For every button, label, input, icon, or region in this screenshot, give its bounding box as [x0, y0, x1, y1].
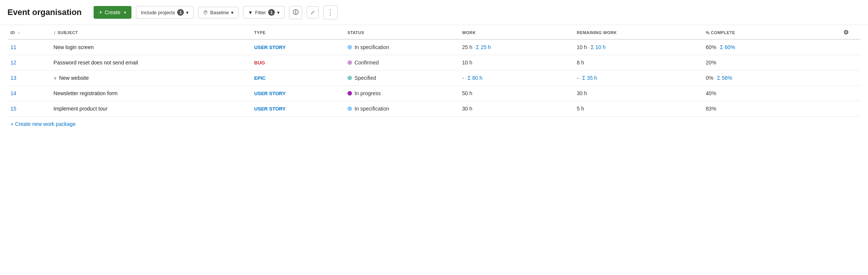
- more-options-icon: ⋮: [327, 8, 334, 16]
- remaining-value: 30 h: [577, 90, 587, 96]
- remaining-value: 5 h: [577, 106, 584, 112]
- pct-sigma: Σ 56%: [717, 75, 732, 81]
- remaining-sigma: Σ 10 h: [591, 44, 606, 50]
- filter-icon: ▼: [248, 10, 253, 15]
- row-id-link[interactable]: 13: [10, 75, 16, 81]
- baseline-chevron-icon: ▾: [231, 10, 234, 15]
- status-dot-icon: [347, 45, 352, 49]
- subject-text: Implement product tour: [54, 106, 107, 112]
- filter-label: Filter: [255, 10, 266, 15]
- type-badge: USER STORY: [254, 106, 286, 112]
- table-row: 15Implement product tourUSER STORYIn spe…: [7, 101, 861, 117]
- create-new-label: + Create new work package: [10, 121, 76, 127]
- status-dot-icon: [347, 106, 352, 111]
- col-header-settings[interactable]: ⚙: [832, 25, 861, 39]
- include-projects-button[interactable]: Include projects 1 ▾: [136, 6, 194, 19]
- work-value: 25 h: [462, 44, 472, 50]
- col-header-pct-complete[interactable]: % COMPLETE: [703, 25, 832, 39]
- filter-chevron-icon: ▾: [277, 10, 280, 15]
- status-dot-icon: [347, 91, 352, 96]
- pct-value: 40%: [706, 90, 716, 96]
- pct-sigma: Σ 60%: [720, 44, 735, 50]
- subject-text: New website: [59, 75, 89, 81]
- row-id-link[interactable]: 11: [10, 44, 16, 50]
- row-id-link[interactable]: 15: [10, 106, 16, 112]
- pct-value: 83%: [706, 106, 716, 112]
- table-row: 13∨New websiteEPICSpecified-·Σ 80 h-·Σ 3…: [7, 70, 861, 86]
- status-label: In specification: [355, 44, 389, 50]
- type-badge: USER STORY: [254, 45, 286, 50]
- remaining-sigma: Σ 35 h: [582, 75, 597, 81]
- baseline-clock-icon: ⏱: [203, 10, 208, 15]
- include-projects-chevron-icon: ▾: [186, 10, 189, 15]
- table-row: 14Newsletter registration formUSER STORY…: [7, 86, 861, 101]
- row-id-link[interactable]: 14: [10, 90, 16, 96]
- create-button[interactable]: + Create ▾: [94, 6, 131, 19]
- id-sort-icon: ↑: [18, 30, 20, 35]
- remaining-value: 8 h: [577, 60, 584, 66]
- subject-text: New login screen: [54, 44, 94, 50]
- subject-sort-icon: ↕: [54, 30, 56, 35]
- work-value: 50 h: [462, 90, 472, 96]
- col-header-id[interactable]: ID ↑: [7, 25, 51, 39]
- subject-text: Newsletter registration form: [54, 90, 118, 96]
- info-icon: ⓘ: [293, 9, 298, 16]
- pct-value: 60%: [706, 44, 716, 50]
- status-dot-icon: [347, 76, 352, 80]
- status-dot-icon: [347, 60, 352, 65]
- type-badge: BUG: [254, 60, 265, 66]
- page-title: Event organisation: [7, 7, 82, 17]
- filter-button[interactable]: ▼ Filter 1 ▾: [243, 6, 285, 19]
- expand-icon: ⤢: [310, 9, 315, 15]
- work-sigma: Σ 80 h: [468, 75, 483, 81]
- type-badge: EPIC: [254, 75, 265, 81]
- remaining-value: 10 h: [577, 44, 587, 50]
- create-new-work-package[interactable]: + Create new work package: [7, 117, 861, 132]
- create-label: Create: [104, 9, 120, 15]
- expand-button[interactable]: ⤢: [307, 6, 319, 18]
- pct-value: 0%: [706, 75, 713, 81]
- toolbar: Event organisation + Create ▾ Include pr…: [0, 0, 868, 25]
- work-value: -: [462, 75, 464, 81]
- type-badge: USER STORY: [254, 91, 286, 96]
- table-row: 12Password reset does not send emailBUGC…: [7, 55, 861, 70]
- info-button[interactable]: ⓘ: [289, 6, 302, 19]
- create-chevron-icon: ▾: [124, 10, 126, 15]
- status-label: In specification: [355, 106, 389, 112]
- expand-row-icon[interactable]: ∨: [54, 75, 57, 81]
- create-plus-icon: +: [99, 9, 102, 16]
- col-header-type[interactable]: TYPE: [251, 25, 345, 39]
- filter-badge: 1: [268, 9, 275, 16]
- work-package-table: ID ↑ ↕ SUBJECT TYPE STATUS WO: [0, 25, 868, 132]
- status-label: Specified: [355, 75, 376, 81]
- status-label: Confirmed: [355, 60, 379, 66]
- work-value: 30 h: [462, 106, 472, 112]
- pct-value: 20%: [706, 60, 716, 66]
- row-id-link[interactable]: 12: [10, 60, 16, 66]
- table-row: 11New login screenUSER STORYIn specifica…: [7, 39, 861, 55]
- col-header-remaining-work[interactable]: REMAINING WORK: [574, 25, 703, 39]
- col-header-subject[interactable]: ↕ SUBJECT: [51, 25, 251, 39]
- subject-text: Password reset does not send email: [54, 60, 138, 66]
- settings-gear-icon[interactable]: ⚙: [843, 29, 849, 36]
- include-projects-badge: 1: [177, 9, 184, 16]
- baseline-label: Baseline: [210, 10, 229, 15]
- include-projects-label: Include projects: [141, 10, 175, 15]
- more-options-button[interactable]: ⋮: [323, 5, 338, 19]
- work-value: 10 h: [462, 60, 472, 66]
- remaining-value: -: [577, 75, 579, 81]
- work-sigma: Σ 25 h: [476, 44, 491, 50]
- col-header-status[interactable]: STATUS: [345, 25, 459, 39]
- status-label: In progress: [355, 90, 381, 96]
- col-header-work[interactable]: WORK: [459, 25, 574, 39]
- baseline-button[interactable]: ⏱ Baseline ▾: [198, 7, 239, 18]
